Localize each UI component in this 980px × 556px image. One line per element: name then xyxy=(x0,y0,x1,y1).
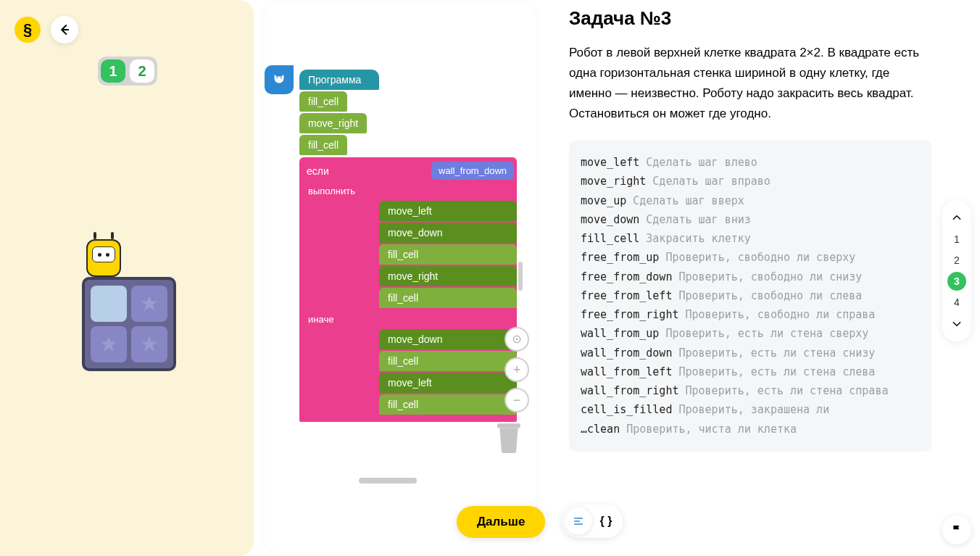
next-button[interactable]: Дальше xyxy=(457,506,545,538)
logo-icon[interactable]: § xyxy=(14,17,41,43)
nav-task-3[interactable]: 3 xyxy=(947,272,966,291)
action-block[interactable]: fill_cell xyxy=(379,394,517,415)
action-block[interactable]: fill_cell xyxy=(299,91,347,112)
else-keyword: иначе xyxy=(299,312,517,329)
grid-cell xyxy=(131,326,167,362)
grid-board xyxy=(82,277,176,371)
horizontal-scrollbar[interactable] xyxy=(359,478,417,484)
action-block[interactable]: fill_cell xyxy=(299,135,347,155)
report-button[interactable] xyxy=(942,515,971,544)
zoom-out-button[interactable]: − xyxy=(504,388,529,412)
blocks-workspace[interactable]: Программа fill_cellmove_rightfill_cell е… xyxy=(299,70,524,422)
task-title: Задача №3 xyxy=(569,7,931,30)
nav-task-2[interactable]: 2 xyxy=(947,251,966,270)
reference-line: move_down Сделать шаг вниз xyxy=(581,210,920,229)
recenter-button[interactable] xyxy=(504,327,529,352)
trash-icon xyxy=(494,421,523,453)
chevron-up-icon xyxy=(952,212,962,223)
action-block[interactable]: fill_cell xyxy=(379,288,517,308)
svg-point-0 xyxy=(276,77,278,78)
zoom-in-button[interactable]: + xyxy=(504,357,529,382)
action-block[interactable]: move_left xyxy=(379,373,517,393)
reference-line: wall_from_left Проверить, есть ли стена … xyxy=(581,362,920,381)
flag-icon xyxy=(951,524,963,536)
chevron-down-icon xyxy=(952,319,962,329)
action-block[interactable]: fill_cell xyxy=(379,244,517,265)
back-button[interactable] xyxy=(51,16,78,43)
condition-slot[interactable]: wall_from_down xyxy=(431,162,514,180)
cat-add-icon xyxy=(271,72,287,88)
program-start-block[interactable]: Программа xyxy=(299,70,379,90)
svg-point-1 xyxy=(281,77,282,78)
nav-up-button[interactable] xyxy=(946,207,968,228)
nav-task-4[interactable]: 4 xyxy=(947,293,966,312)
robot-icon xyxy=(86,239,121,284)
reference-line: wall_from_down Проверить, есть ли стена … xyxy=(581,344,920,362)
action-block[interactable]: move_left xyxy=(379,201,517,221)
step-pills: 1 2 xyxy=(98,57,157,86)
reference-line: wall_from_right Проверить, есть ли стена… xyxy=(581,381,920,400)
step-pill-2[interactable]: 2 xyxy=(130,59,154,83)
reference-line: free_from_down Проверить, свободно ли сн… xyxy=(581,267,920,286)
reference-line: cell_is_filled Проверить, закрашена ли xyxy=(581,400,920,419)
step-pill-1[interactable]: 1 xyxy=(101,59,125,83)
grid-cell xyxy=(131,286,167,322)
add-block-button[interactable] xyxy=(265,65,294,94)
target-icon xyxy=(511,333,523,345)
reference-line: fill_cell Закрасить клетку xyxy=(581,229,920,248)
nav-task-1[interactable]: 1 xyxy=(947,230,966,249)
reference-line: move_up Сделать шаг вверх xyxy=(581,191,920,210)
if-keyword: если xyxy=(307,165,329,177)
reference-line: wall_from_up Проверить, есть ли стена св… xyxy=(581,324,920,343)
vertical-scrollbar[interactable] xyxy=(518,262,523,291)
reference-line: free_from_left Проверить, свободно ли сл… xyxy=(581,286,920,305)
task-description: Робот в левой верхней клетке квадрата 2×… xyxy=(569,43,931,124)
stage-panel: § 1 2 xyxy=(0,0,254,556)
reference-line: move_left Сделать шаг влево xyxy=(581,153,920,172)
svg-point-3 xyxy=(516,339,518,341)
reference-line: free_from_up Проверить, свободно ли свер… xyxy=(581,248,920,267)
robot-stage xyxy=(82,239,183,371)
action-block[interactable]: move_right xyxy=(379,266,517,286)
grid-cell xyxy=(91,286,127,322)
reference-line: …clean Проверить, чиста ли клетка xyxy=(581,420,920,439)
nav-down-button[interactable] xyxy=(946,314,968,334)
task-nav: 1234 xyxy=(942,200,971,341)
reference-line: free_from_right Проверить, свободно ли с… xyxy=(581,305,920,324)
code-panel: Программа fill_cellmove_rightfill_cell е… xyxy=(265,4,536,552)
then-keyword: выполнить xyxy=(299,184,517,201)
task-panel: Задача №3 Робот в левой верхней клетке к… xyxy=(569,7,931,547)
arrow-left-icon xyxy=(58,23,71,36)
command-reference: move_left Сделать шаг влевоmove_right Сд… xyxy=(569,140,931,452)
action-block[interactable]: fill_cell xyxy=(379,351,517,371)
grid-cell xyxy=(91,326,127,362)
reference-line: move_right Сделать шаг вправо xyxy=(581,172,920,191)
trash-button[interactable] xyxy=(494,421,523,453)
svg-rect-4 xyxy=(497,423,520,428)
action-block[interactable]: move_right xyxy=(299,113,367,133)
action-block[interactable]: move_down xyxy=(379,329,517,349)
if-block[interactable]: если wall_from_down выполнить move_leftm… xyxy=(299,157,517,422)
action-block[interactable]: move_down xyxy=(379,223,517,243)
